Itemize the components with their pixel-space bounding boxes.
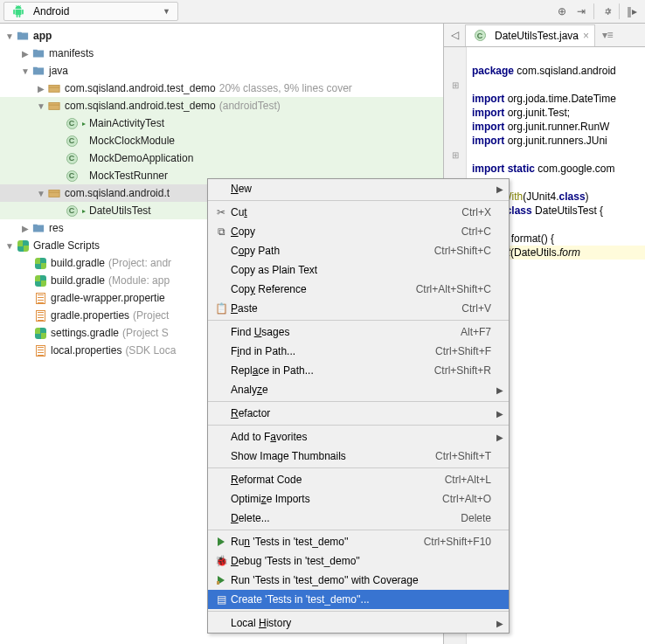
tab-menu-icon[interactable]: ▾≡ [599, 29, 616, 41]
menu-run-coverage[interactable]: Run 'Tests in 'test_demo'' with Coverage [208, 571, 509, 590]
tab-scroll-left-icon[interactable]: ◁ [446, 26, 463, 44]
submenu-arrow-icon: ▶ [496, 619, 503, 628]
svg-rect-4 [49, 190, 59, 197]
coverage-icon [212, 576, 231, 585]
scroll-to-source-icon[interactable]: ⊕ [552, 2, 572, 21]
tree-label: MainActivityTest [89, 117, 164, 129]
menu-find-usages[interactable]: Find UsagesAlt+F7 [208, 322, 509, 342]
gear-icon[interactable] [597, 2, 616, 21]
tree-label: build.gradle [51, 274, 105, 287]
menu-find-in-path[interactable]: Find in Path...Ctrl+Shift+F [208, 342, 509, 361]
package-icon [47, 186, 61, 200]
editor-tab[interactable]: C DateUtilsTest.java × [465, 24, 595, 46]
menu-cut[interactable]: ✂CutCtrl+X [208, 203, 509, 222]
copy-icon: ⧉ [212, 225, 231, 238]
hide-panel-icon[interactable]: ‖▸ [622, 2, 642, 21]
chevron-right-icon: ▶ [21, 49, 30, 59]
tree-label: DateUtilsTest [89, 204, 151, 217]
menu-paste[interactable]: 📋PasteCtrl+V [208, 299, 509, 318]
file-annotation: (Project S [122, 327, 169, 339]
tree-label: local.properties [51, 344, 121, 357]
coverage-annotation: 20% classes, 9% lines cover [219, 82, 352, 94]
menu-run-tests[interactable]: Run 'Tests in 'test_demo''Ctrl+Shift+F10 [208, 532, 509, 551]
chevron-down-icon: ▼ [5, 31, 14, 41]
menu-copy-reference[interactable]: Copy ReferenceCtrl+Alt+Shift+C [208, 280, 509, 299]
project-view-selector[interactable]: Android ▼ [3, 2, 178, 21]
chevron-right-icon: ▶ [21, 224, 30, 233]
android-icon [11, 4, 25, 18]
file-annotation: (SDK Loca [125, 344, 176, 357]
tree-label: build.gradle [51, 257, 105, 269]
menu-analyze[interactable]: Analyze▶ [208, 380, 509, 399]
tree-app[interactable]: ▼ app [0, 27, 443, 45]
chevron-down-icon: ▼ [5, 241, 14, 251]
tree-label: MockClockModule [89, 135, 175, 147]
menu-local-history[interactable]: Local History▶ [208, 613, 509, 633]
svg-rect-2 [49, 103, 59, 110]
fold-expand-icon[interactable]: ⊞ [444, 78, 466, 92]
menu-favorites[interactable]: Add to Favorites▶ [208, 427, 509, 447]
menu-delete[interactable]: Delete...Delete [208, 509, 509, 528]
menu-new[interactable]: New▶ [208, 179, 509, 198]
tree-label: res [49, 222, 64, 234]
package-icon [47, 99, 61, 113]
paste-icon: 📋 [212, 302, 231, 315]
class-icon: C [65, 116, 79, 130]
menu-optimize-imports[interactable]: Optimize ImportsCtrl+Alt+O [208, 489, 509, 509]
source-set-annotation: (androidTest) [219, 100, 281, 112]
properties-file-icon [33, 308, 47, 322]
file-annotation: (Project: andr [108, 257, 171, 269]
menu-create-config[interactable]: ▤Create 'Tests in 'test_demo''... [208, 590, 509, 609]
module-icon [16, 29, 30, 43]
folder-icon [31, 221, 45, 235]
tree-manifests[interactable]: ▶ manifests [0, 45, 443, 62]
close-icon[interactable]: × [583, 30, 589, 42]
menu-reformat[interactable]: Reformat CodeCtrl+Alt+L [208, 470, 509, 489]
chevron-right-icon: ▶ [37, 84, 45, 93]
tree-label: MockTestRunner [89, 170, 168, 182]
context-menu: New▶ ✂CutCtrl+X ⧉CopyCtrl+C Copy PathCtr… [207, 178, 510, 634]
gradle-file-icon [33, 274, 47, 287]
tree-label: manifests [49, 47, 94, 59]
tree-label: gradle.properties [51, 309, 129, 322]
run-icon [212, 537, 231, 546]
tree-java[interactable]: ▼ java [0, 62, 443, 80]
tree-label: settings.gradle [51, 327, 119, 339]
tab-label: DateUtilsTest.java [495, 30, 579, 42]
submenu-arrow-icon: ▶ [496, 409, 503, 419]
tree-package-androidtest[interactable]: ▼ com.sqisland.android.test_demo (androi… [0, 97, 443, 114]
submenu-arrow-icon: ▶ [496, 184, 503, 194]
gradle-file-icon [33, 256, 47, 270]
menu-copy-plain[interactable]: Copy as Plain Text [208, 260, 509, 280]
run-arrow-icon: ▸ [82, 120, 89, 128]
debug-icon: 🐞 [212, 555, 231, 567]
menu-replace-in-path[interactable]: Replace in Path...Ctrl+Shift+R [208, 361, 509, 380]
tab-bar: ◁ C DateUtilsTest.java × ▾≡ [444, 24, 645, 47]
fold-expand-icon[interactable]: ⊞ [444, 148, 466, 162]
gradle-file-icon [33, 326, 47, 340]
class-icon: C [65, 151, 79, 165]
menu-thumbnails[interactable]: Show Image ThumbnailsCtrl+Shift+T [208, 447, 509, 466]
tree-class[interactable]: C ▸ MainActivityTest [0, 114, 443, 132]
submenu-arrow-icon: ▶ [496, 385, 503, 395]
properties-file-icon [33, 291, 47, 305]
tree-package-main[interactable]: ▶ com.sqisland.android.test_demo 20% cla… [0, 80, 443, 97]
class-icon: C [65, 169, 79, 183]
svg-rect-6 [217, 581, 219, 585]
create-config-icon: ▤ [212, 593, 231, 606]
menu-copy[interactable]: ⧉CopyCtrl+C [208, 222, 509, 241]
folder-icon [31, 64, 45, 78]
tree-label: MockDemoApplication [89, 152, 193, 164]
menu-refactor[interactable]: Refactor▶ [208, 404, 509, 423]
file-annotation: (Module: app [108, 274, 170, 287]
tree-label: Gradle Scripts [33, 239, 100, 252]
menu-debug-tests[interactable]: 🐞Debug 'Tests in 'test_demo'' [208, 551, 509, 571]
chevron-down-icon: ▼ [163, 7, 170, 16]
collapse-all-icon[interactable]: ⇥ [572, 2, 591, 21]
submenu-arrow-icon: ▶ [496, 433, 503, 442]
class-icon: C [65, 204, 79, 218]
menu-copy-path[interactable]: Copy PathCtrl+Shift+C [208, 241, 509, 260]
tree-class[interactable]: C MockDemoApplication [0, 149, 443, 167]
tree-class[interactable]: C MockClockModule [0, 132, 443, 149]
chevron-down-icon: ▼ [37, 189, 45, 198]
